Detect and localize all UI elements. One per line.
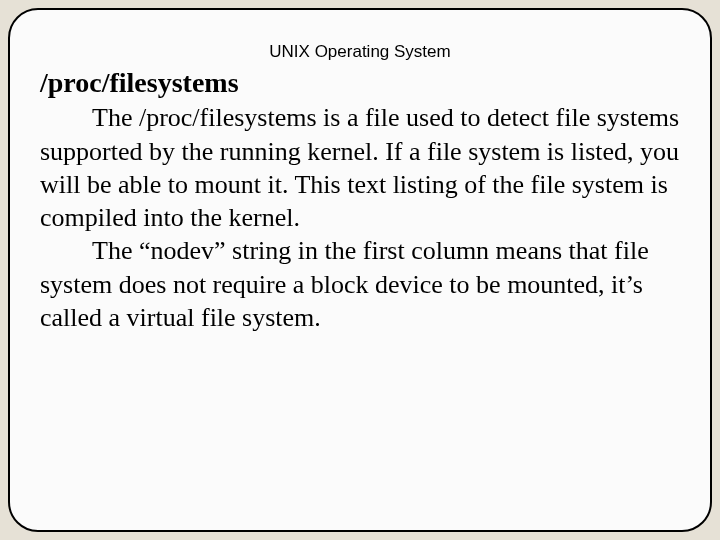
slide-body: The /proc/filesystems is a file used to … (40, 101, 680, 334)
slide-topic: UNIX Operating System (40, 42, 680, 62)
slide-frame: UNIX Operating System /proc/filesystems … (8, 8, 712, 532)
slide-heading: /proc/filesystems (40, 68, 680, 97)
paragraph-2: The “nodev” string in the first column m… (40, 234, 680, 334)
paragraph-1: The /proc/filesystems is a file used to … (40, 101, 680, 234)
